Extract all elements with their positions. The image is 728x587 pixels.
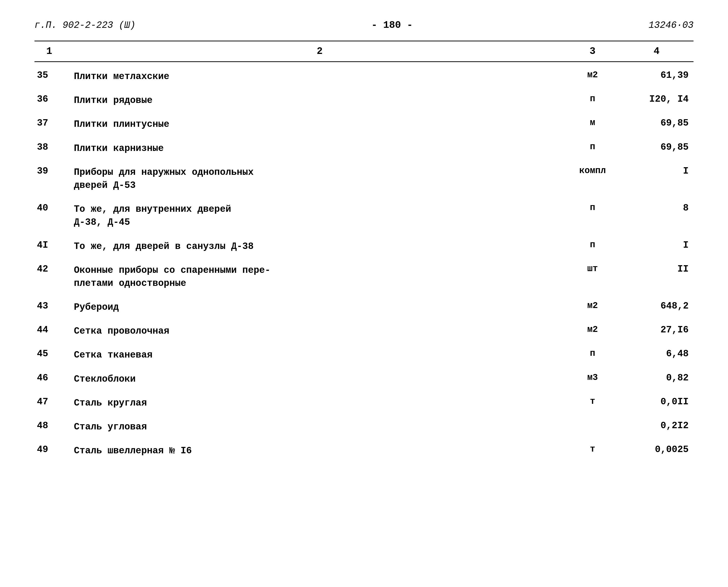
row-num: 37	[34, 118, 64, 128]
row-unit: п	[565, 348, 620, 358]
header-left: г.П. 902-2-223 (Ш)	[34, 20, 136, 30]
row-num: 36	[34, 94, 64, 104]
row-name: Сталь угловая	[64, 420, 565, 433]
row-name: То же, для внутренних дверей Д-38, Д-45	[64, 203, 565, 229]
table-row: 42Оконные приборы со спаренными пере- пл…	[34, 258, 694, 295]
row-qty: 6,48	[620, 348, 694, 359]
table-row: 36Плитки рядовыепI20, I4	[34, 88, 694, 112]
row-unit: п	[565, 94, 620, 104]
table-row: 39Приборы для наружных однопольных двере…	[34, 160, 694, 197]
row-num: 48	[34, 420, 64, 431]
row-qty: I	[620, 240, 694, 251]
row-unit: м2	[565, 301, 620, 311]
row-qty: 0,82	[620, 373, 694, 383]
table-row: 47Сталь круглаят0,0II	[34, 391, 694, 415]
row-name: Сетка проволочная	[64, 325, 565, 337]
row-qty: 69,85	[620, 142, 694, 152]
table-row: 44Сетка проволочнаям227,I6	[34, 319, 694, 343]
row-qty: 0,0II	[620, 396, 694, 407]
table-row: 48Сталь угловая0,2I2	[34, 415, 694, 439]
table-row: 46Стеклоблоким30,82	[34, 367, 694, 391]
row-qty: 0,2I2	[620, 420, 694, 431]
table-row: 43Рубероидм2648,2	[34, 295, 694, 319]
row-qty: 0,0025	[620, 444, 694, 455]
row-unit: п	[565, 203, 620, 213]
row-num: 44	[34, 325, 64, 335]
row-unit: т	[565, 396, 620, 406]
row-qty: I20, I4	[620, 94, 694, 104]
row-name: Оконные приборы со спаренными пере- плет…	[64, 264, 565, 290]
row-num: 35	[34, 70, 64, 80]
row-unit: т	[565, 444, 620, 454]
row-num: 39	[34, 166, 64, 176]
row-name: Плитки рядовые	[64, 94, 565, 107]
row-qty: 648,2	[620, 301, 694, 311]
table-row: 38Плитки карнизныеп69,85	[34, 136, 694, 160]
row-name: Сталь круглая	[64, 396, 565, 409]
row-name: Плитки метлахские	[64, 70, 565, 83]
row-qty: 69,85	[620, 118, 694, 128]
row-num: 45	[34, 348, 64, 359]
row-unit: м	[565, 118, 620, 128]
row-qty: I	[620, 166, 694, 176]
row-name: Сталь швеллерная № I6	[64, 444, 565, 457]
row-unit: м2	[565, 70, 620, 80]
row-num: 47	[34, 396, 64, 407]
table-body: 35Плитки метлахскием261,3936Плитки рядов…	[34, 65, 694, 463]
header-right: 13246·03	[649, 20, 694, 30]
row-name: Плитки карнизные	[64, 142, 565, 155]
table-row: 40То же, для внутренних дверей Д-38, Д-4…	[34, 197, 694, 234]
row-num: 46	[34, 373, 64, 383]
row-unit: компл	[565, 166, 620, 176]
row-unit: п	[565, 240, 620, 250]
table-row: 35Плитки метлахскием261,39	[34, 65, 694, 88]
row-unit: п	[565, 142, 620, 152]
table-header: 1 2 3 4	[34, 41, 694, 62]
col-header-2: 2	[64, 46, 565, 57]
row-num: 38	[34, 142, 64, 152]
row-unit: м3	[565, 373, 620, 383]
row-name: Стеклоблоки	[64, 373, 565, 385]
row-name: То же, для дверей в санузлы Д-38	[64, 240, 565, 253]
row-name: Плитки плинтусные	[64, 118, 565, 131]
row-num: 43	[34, 301, 64, 311]
table-row: 37Плитки плинтусныем69,85	[34, 112, 694, 136]
row-name: Приборы для наружных однопольных дверей …	[64, 166, 565, 192]
table-row: 45Сетка тканеваяп6,48	[34, 343, 694, 367]
row-unit: шт	[565, 264, 620, 274]
row-qty: 8	[620, 203, 694, 213]
row-unit: м2	[565, 325, 620, 335]
col-header-4: 4	[620, 46, 694, 57]
row-qty: 61,39	[620, 70, 694, 80]
table-row: 4IТо же, для дверей в санузлы Д-38пI	[34, 234, 694, 258]
row-num: 49	[34, 444, 64, 455]
page-header: г.П. 902-2-223 (Ш) - 180 - 13246·03	[34, 20, 694, 31]
col-header-1: 1	[34, 46, 64, 57]
row-name: Сетка тканевая	[64, 348, 565, 361]
row-num: 42	[34, 264, 64, 274]
row-name: Рубероид	[64, 301, 565, 314]
row-qty: II	[620, 264, 694, 274]
row-num: 40	[34, 203, 64, 213]
header-center: - 180 -	[371, 20, 413, 31]
table-row: 49Сталь швеллерная № I6т0,0025	[34, 439, 694, 463]
col-header-3: 3	[565, 46, 620, 57]
row-num: 4I	[34, 240, 64, 251]
row-qty: 27,I6	[620, 325, 694, 335]
